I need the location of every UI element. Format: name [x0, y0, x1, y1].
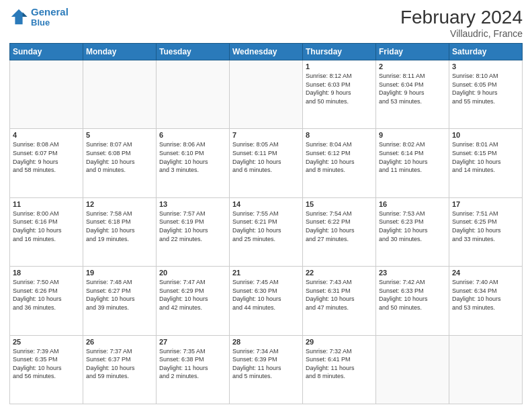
day-number: 7: [232, 131, 300, 139]
day-info: Sunrise: 8:11 AMSunset: 6:04 PMDaylight:…: [379, 72, 446, 105]
day-info: Sunrise: 7:40 AMSunset: 6:34 PMDaylight:…: [452, 278, 519, 312]
day-info: Sunrise: 7:55 AMSunset: 6:21 PMDaylight:…: [232, 210, 300, 243]
day-info: Sunrise: 7:54 AMSunset: 6:22 PMDaylight:…: [306, 210, 373, 243]
day-number: 13: [159, 200, 226, 208]
day-number: 16: [379, 200, 446, 208]
calendar-cell: 3Sunrise: 8:10 AMSunset: 6:05 PMDaylight…: [449, 60, 523, 129]
calendar-cell: 25Sunrise: 7:39 AMSunset: 6:35 PMDayligh…: [10, 335, 83, 404]
week-row-1: 4Sunrise: 8:08 AMSunset: 6:07 PMDaylight…: [10, 129, 523, 197]
calendar-cell: 24Sunrise: 7:40 AMSunset: 6:34 PMDayligh…: [449, 267, 523, 335]
calendar-table: SundayMondayTuesdayWednesdayThursdayFrid…: [9, 43, 523, 404]
weekday-monday: Monday: [83, 44, 157, 60]
calendar-cell: 2Sunrise: 8:11 AMSunset: 6:04 PMDaylight…: [376, 60, 449, 129]
day-number: 15: [306, 200, 373, 208]
calendar-cell: 6Sunrise: 8:06 AMSunset: 6:10 PMDaylight…: [157, 129, 230, 197]
calendar-cell: [376, 335, 449, 404]
calendar-cell: 14Sunrise: 7:55 AMSunset: 6:21 PMDayligh…: [230, 197, 303, 266]
calendar-cell: 29Sunrise: 7:32 AMSunset: 6:41 PMDayligh…: [303, 335, 376, 404]
month-title: February 2024: [400, 7, 523, 28]
logo: General Blue: [9, 7, 69, 28]
day-number: 4: [13, 131, 80, 139]
day-number: 25: [13, 338, 80, 346]
day-number: 29: [306, 338, 373, 346]
day-info: Sunrise: 7:53 AMSunset: 6:23 PMDaylight:…: [379, 210, 446, 243]
day-info: Sunrise: 7:35 AMSunset: 6:38 PMDaylight:…: [159, 347, 226, 381]
day-number: 12: [86, 200, 153, 208]
day-number: 18: [13, 269, 80, 277]
day-info: Sunrise: 8:07 AMSunset: 6:08 PMDaylight:…: [86, 140, 153, 174]
day-info: Sunrise: 7:57 AMSunset: 6:19 PMDaylight:…: [159, 210, 226, 243]
day-info: Sunrise: 8:12 AMSunset: 6:03 PMDaylight:…: [306, 72, 373, 105]
calendar-cell: 5Sunrise: 8:07 AMSunset: 6:08 PMDaylight…: [83, 129, 157, 197]
day-info: Sunrise: 8:01 AMSunset: 6:15 PMDaylight:…: [452, 140, 519, 174]
day-number: 10: [452, 131, 519, 139]
day-number: 17: [452, 200, 519, 208]
weekday-sunday: Sunday: [10, 44, 83, 60]
logo-icon: [9, 7, 28, 26]
day-number: 9: [379, 131, 446, 139]
day-info: Sunrise: 8:08 AMSunset: 6:07 PMDaylight:…: [13, 140, 80, 174]
day-number: 27: [159, 338, 226, 346]
calendar-cell: 28Sunrise: 7:34 AMSunset: 6:39 PMDayligh…: [230, 335, 303, 404]
calendar-cell: 18Sunrise: 7:50 AMSunset: 6:26 PMDayligh…: [10, 267, 83, 335]
day-info: Sunrise: 8:05 AMSunset: 6:11 PMDaylight:…: [232, 140, 300, 174]
day-number: 6: [159, 131, 226, 139]
day-number: 22: [306, 269, 373, 277]
calendar-cell: 19Sunrise: 7:48 AMSunset: 6:27 PMDayligh…: [83, 267, 157, 335]
day-number: 11: [13, 200, 80, 208]
calendar-cell: 10Sunrise: 8:01 AMSunset: 6:15 PMDayligh…: [449, 129, 523, 197]
day-info: Sunrise: 8:10 AMSunset: 6:05 PMDaylight:…: [452, 72, 519, 105]
week-row-3: 18Sunrise: 7:50 AMSunset: 6:26 PMDayligh…: [10, 267, 523, 335]
day-info: Sunrise: 7:39 AMSunset: 6:35 PMDaylight:…: [13, 347, 80, 381]
title-block: February 2024 Villaudric, France: [400, 7, 523, 39]
calendar-cell: [83, 60, 157, 129]
calendar-cell: 8Sunrise: 8:04 AMSunset: 6:12 PMDaylight…: [303, 129, 376, 197]
day-number: 23: [379, 269, 446, 277]
weekday-wednesday: Wednesday: [230, 44, 303, 60]
day-info: Sunrise: 7:34 AMSunset: 6:39 PMDaylight:…: [232, 347, 300, 381]
calendar-cell: [449, 335, 523, 404]
calendar-cell: 23Sunrise: 7:42 AMSunset: 6:33 PMDayligh…: [376, 267, 449, 335]
day-number: 19: [86, 269, 153, 277]
weekday-thursday: Thursday: [303, 44, 376, 60]
day-info: Sunrise: 8:02 AMSunset: 6:14 PMDaylight:…: [379, 140, 446, 174]
day-number: 20: [159, 269, 226, 277]
calendar-header: SundayMondayTuesdayWednesdayThursdayFrid…: [10, 44, 523, 60]
calendar-cell: 21Sunrise: 7:45 AMSunset: 6:30 PMDayligh…: [230, 267, 303, 335]
day-info: Sunrise: 7:48 AMSunset: 6:27 PMDaylight:…: [86, 278, 153, 312]
location: Villaudric, France: [400, 28, 523, 39]
day-number: 2: [379, 62, 446, 71]
day-info: Sunrise: 7:32 AMSunset: 6:41 PMDaylight:…: [306, 347, 373, 381]
calendar-cell: 15Sunrise: 7:54 AMSunset: 6:22 PMDayligh…: [303, 197, 376, 266]
calendar-cell: 1Sunrise: 8:12 AMSunset: 6:03 PMDaylight…: [303, 60, 376, 129]
calendar-cell: 11Sunrise: 8:00 AMSunset: 6:16 PMDayligh…: [10, 197, 83, 266]
day-info: Sunrise: 7:51 AMSunset: 6:25 PMDaylight:…: [452, 210, 519, 243]
day-number: 28: [232, 338, 300, 346]
day-number: 14: [232, 200, 300, 208]
day-info: Sunrise: 7:43 AMSunset: 6:31 PMDaylight:…: [306, 278, 373, 312]
page: General Blue February 2024 Villaudric, F…: [0, 0, 532, 411]
calendar-cell: [10, 60, 83, 129]
calendar-cell: 22Sunrise: 7:43 AMSunset: 6:31 PMDayligh…: [303, 267, 376, 335]
day-number: 5: [86, 131, 153, 139]
calendar-cell: 16Sunrise: 7:53 AMSunset: 6:23 PMDayligh…: [376, 197, 449, 266]
calendar-cell: [157, 60, 230, 129]
weekday-header-row: SundayMondayTuesdayWednesdayThursdayFrid…: [10, 44, 523, 60]
weekday-saturday: Saturday: [449, 44, 523, 60]
day-info: Sunrise: 7:50 AMSunset: 6:26 PMDaylight:…: [13, 278, 80, 312]
calendar-cell: [230, 60, 303, 129]
day-number: 24: [452, 269, 519, 277]
calendar-body: 1Sunrise: 8:12 AMSunset: 6:03 PMDaylight…: [10, 60, 523, 404]
weekday-tuesday: Tuesday: [157, 44, 230, 60]
day-info: Sunrise: 7:47 AMSunset: 6:29 PMDaylight:…: [159, 278, 226, 312]
week-row-4: 25Sunrise: 7:39 AMSunset: 6:35 PMDayligh…: [10, 335, 523, 404]
day-info: Sunrise: 7:45 AMSunset: 6:30 PMDaylight:…: [232, 278, 300, 312]
day-number: 3: [452, 62, 519, 71]
svg-marker-1: [23, 12, 28, 17]
day-info: Sunrise: 8:00 AMSunset: 6:16 PMDaylight:…: [13, 210, 80, 243]
calendar-cell: 4Sunrise: 8:08 AMSunset: 6:07 PMDaylight…: [10, 129, 83, 197]
day-number: 8: [306, 131, 373, 139]
day-info: Sunrise: 7:42 AMSunset: 6:33 PMDaylight:…: [379, 278, 446, 312]
week-row-0: 1Sunrise: 8:12 AMSunset: 6:03 PMDaylight…: [10, 60, 523, 129]
calendar-cell: 20Sunrise: 7:47 AMSunset: 6:29 PMDayligh…: [157, 267, 230, 335]
